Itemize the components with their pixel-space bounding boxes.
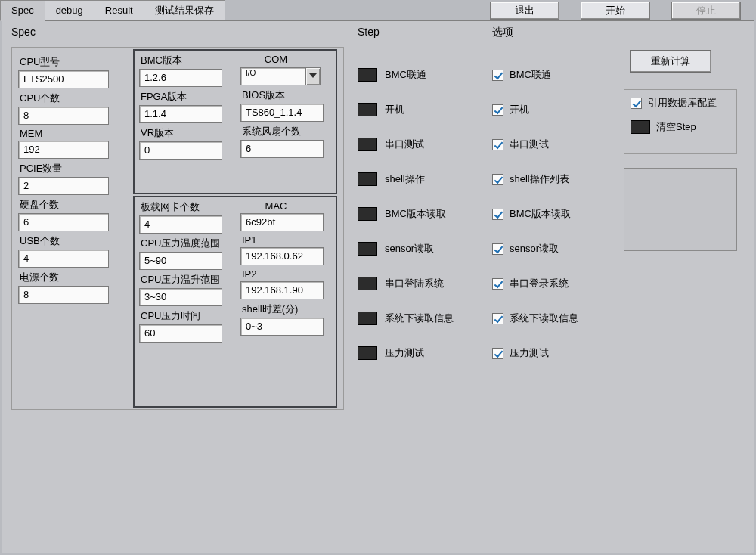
dropdown-arrow-icon[interactable] bbox=[305, 67, 321, 85]
right-column: 重新计算 引用数据库配置 清空Step bbox=[630, 50, 743, 251]
cpu-model-field[interactable]: FTS2500 bbox=[18, 70, 109, 88]
use-db-checkbox[interactable]: 引用数据库配置 bbox=[631, 96, 730, 110]
vr-version-label: VR版本 bbox=[141, 126, 237, 140]
ip2-field[interactable]: 192.168.1.90 bbox=[240, 281, 324, 299]
step-label: 串口登陆系统 bbox=[385, 277, 444, 290]
checkbox-icon[interactable] bbox=[492, 243, 503, 255]
shell-time-diff-field[interactable]: 0~3 bbox=[240, 318, 324, 336]
fpga-version-field[interactable]: 1.1.4 bbox=[139, 105, 222, 123]
step-bmc-read: BMC版本读取 bbox=[358, 197, 479, 231]
opt-serial-login[interactable]: 串口登录系统 bbox=[492, 266, 613, 301]
cpu-stress-time-field[interactable]: 60 bbox=[139, 324, 222, 343]
nic-count-label: 板载网卡个数 bbox=[141, 200, 237, 214]
toolbar-spacer bbox=[225, 3, 484, 20]
checkbox-icon[interactable] bbox=[631, 98, 642, 109]
cpu-temp-range-field[interactable]: 5~90 bbox=[139, 252, 222, 270]
opt-bmc-read[interactable]: BMC版本读取 bbox=[492, 197, 613, 231]
bmc-version-field[interactable]: 1.2.6 bbox=[139, 69, 222, 87]
step-label: shell操作 bbox=[385, 172, 425, 186]
nic-count-field[interactable]: 4 bbox=[139, 215, 222, 234]
mem-field[interactable]: 192 bbox=[18, 141, 109, 159]
recalc-button[interactable]: 重新计算 bbox=[630, 50, 711, 73]
checkbox-icon[interactable] bbox=[492, 174, 503, 185]
opt-stress-test[interactable]: 压力测试 bbox=[492, 336, 613, 371]
step-label: BMC联通 bbox=[385, 68, 426, 82]
step-title: Step bbox=[358, 26, 380, 38]
hdd-field[interactable]: 6 bbox=[18, 213, 109, 231]
step-label: BMC版本读取 bbox=[385, 207, 446, 221]
opt-bmc-connect[interactable]: BMC联通 bbox=[492, 57, 613, 92]
opt-serial-test[interactable]: 串口测试 bbox=[492, 127, 613, 162]
fan-count-label: 系统风扇个数 bbox=[242, 125, 339, 138]
option-label: 压力测试 bbox=[510, 346, 549, 360]
spec-left-column: CPU型号 FTS2500 CPU个数 8 MEM 192 PCIE数量 2 硬… bbox=[18, 52, 125, 304]
tab-label: debug bbox=[56, 5, 83, 16]
vr-version-field[interactable]: 0 bbox=[139, 141, 222, 160]
button-label: 退出 bbox=[515, 5, 534, 16]
bmc-version-label: BMC版本 bbox=[141, 54, 237, 67]
option-label: shell操作列表 bbox=[510, 172, 569, 186]
use-db-label: 引用数据库配置 bbox=[648, 96, 717, 110]
step-sensor-read: sensor读取 bbox=[358, 231, 479, 266]
cpu-model-label: CPU型号 bbox=[20, 55, 125, 69]
opt-sensor-read[interactable]: sensor读取 bbox=[492, 231, 613, 266]
com-combo[interactable]: I/O bbox=[240, 67, 321, 85]
cpu-count-field[interactable]: 8 bbox=[18, 107, 109, 125]
step-label: 压力测试 bbox=[385, 346, 424, 360]
mac-field[interactable]: 6c92bf bbox=[240, 213, 324, 231]
status-lamp-icon bbox=[358, 138, 377, 151]
ip2-label: IP2 bbox=[242, 268, 339, 280]
opt-shell-op[interactable]: shell操作列表 bbox=[492, 162, 613, 197]
checkbox-icon[interactable] bbox=[492, 209, 503, 220]
opt-sys-read[interactable]: 系统下读取信息 bbox=[492, 301, 613, 336]
option-label: BMC联通 bbox=[510, 68, 551, 82]
clear-step-row[interactable]: 清空Step bbox=[631, 120, 730, 134]
status-lamp-icon bbox=[358, 242, 377, 256]
cpu-temp-rise-field[interactable]: 3~30 bbox=[139, 288, 222, 306]
clear-step-label: 清空Step bbox=[656, 120, 696, 134]
checkbox-icon[interactable] bbox=[492, 104, 503, 116]
cpu-stress-time-label: CPU压力时间 bbox=[141, 309, 237, 323]
status-lamp-icon bbox=[358, 172, 377, 186]
step-serial-test: 串口测试 bbox=[358, 127, 479, 162]
option-label: 开机 bbox=[510, 103, 529, 116]
pcie-label: PCIE数量 bbox=[20, 162, 125, 175]
bios-version-field[interactable]: TS860_1.1.4 bbox=[240, 104, 324, 122]
step-column: BMC联通 开机 串口测试 shell操作 BMC版本读取 sensor读取 串… bbox=[358, 57, 479, 371]
fpga-version-label: FPGA版本 bbox=[141, 90, 237, 104]
power-field[interactable]: 8 bbox=[18, 286, 109, 304]
tab-result[interactable]: Result bbox=[94, 0, 144, 21]
exit-button[interactable]: 退出 bbox=[490, 2, 559, 20]
main-panel: Spec Step 选项 CPU型号 FTS2500 CPU个数 8 MEM 1… bbox=[2, 20, 754, 553]
tab-spec[interactable]: Spec bbox=[0, 0, 45, 21]
pcie-field[interactable]: 2 bbox=[18, 177, 109, 195]
options-title: 选项 bbox=[492, 26, 513, 39]
step-shell-op: shell操作 bbox=[358, 162, 479, 197]
tab-label: 测试结果保存 bbox=[155, 5, 214, 16]
ip1-label: IP1 bbox=[242, 234, 339, 246]
start-button[interactable]: 开始 bbox=[581, 2, 650, 20]
com-label: COM bbox=[242, 54, 310, 65]
spec-box-a: BMC版本 1.2.6 FPGA版本 1.1.4 VR版本 0 COM I/O … bbox=[133, 49, 337, 194]
checkbox-icon[interactable] bbox=[492, 70, 503, 81]
checkbox-icon[interactable] bbox=[492, 139, 503, 150]
button-label: 停止 bbox=[696, 5, 716, 16]
tab-label: Spec bbox=[11, 5, 34, 16]
checkbox-icon[interactable] bbox=[492, 278, 503, 290]
mac-label: MAC bbox=[242, 200, 310, 212]
step-sys-read: 系统下读取信息 bbox=[358, 301, 479, 336]
status-lamp-icon bbox=[358, 346, 377, 360]
config-group: 引用数据库配置 清空Step bbox=[624, 89, 737, 154]
checkbox-icon[interactable] bbox=[492, 313, 503, 324]
opt-poweron[interactable]: 开机 bbox=[492, 92, 613, 127]
option-label: sensor读取 bbox=[510, 242, 559, 256]
usb-field[interactable]: 4 bbox=[18, 250, 109, 268]
tab-save[interactable]: 测试结果保存 bbox=[144, 0, 225, 21]
tab-debug[interactable]: debug bbox=[45, 0, 94, 21]
fan-count-field[interactable]: 6 bbox=[240, 140, 324, 158]
cpu-temp-range-label: CPU压力温度范围 bbox=[141, 237, 237, 250]
tab-label: Result bbox=[105, 5, 133, 16]
ip1-field[interactable]: 192.168.0.62 bbox=[240, 247, 324, 265]
checkbox-icon[interactable] bbox=[492, 348, 503, 359]
options-column: BMC联通 开机 串口测试 shell操作列表 BMC版本读取 sensor读取… bbox=[492, 57, 613, 371]
